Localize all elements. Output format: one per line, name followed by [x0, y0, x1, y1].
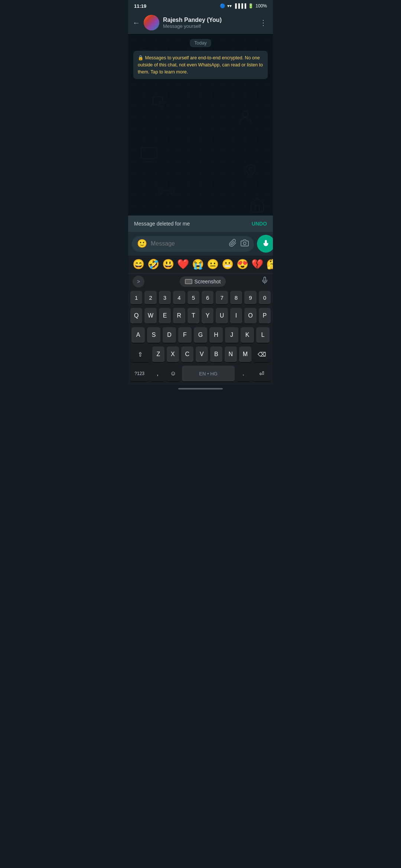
key-4[interactable]: 4 [173, 291, 185, 305]
backspace-key[interactable]: ⌫ [254, 346, 271, 363]
contact-status: Message yourself [163, 23, 254, 29]
key-r[interactable]: R [173, 308, 185, 324]
signal-icon: ▐▐▐▐ [234, 3, 246, 9]
emoji-button[interactable]: 🙂 [137, 239, 147, 249]
emoji-hearteyes[interactable]: 😍 [237, 259, 248, 270]
keyboard: 1 2 3 4 5 6 7 8 9 0 Q W E R T Y U I O P … [128, 289, 273, 385]
qwerty-row: Q W E R T Y U I O P [128, 306, 273, 326]
key-2[interactable]: 2 [144, 291, 156, 305]
undo-button[interactable]: UNDO [252, 221, 267, 227]
expand-suggestions-button[interactable]: > [133, 276, 144, 287]
avatar [144, 15, 159, 30]
header-info[interactable]: Rajesh Pandey (You) Message yourself [163, 17, 254, 29]
period-key[interactable]: . [237, 366, 250, 382]
svg-point-5 [249, 168, 252, 171]
key-l[interactable]: L [256, 327, 270, 343]
key-c[interactable]: C [181, 346, 193, 363]
date-divider: Today [128, 39, 273, 47]
key-q[interactable]: Q [130, 308, 142, 324]
chat-header: ← Rajesh Pandey (You) Message yourself ⋮ [128, 12, 273, 34]
battery-icon: 🔋 [248, 3, 254, 9]
key-a[interactable]: A [131, 327, 145, 343]
chevron-right-icon: > [137, 279, 140, 285]
date-label: Today [190, 39, 211, 47]
emoji-neutral[interactable]: 😐 [207, 259, 219, 270]
key-3[interactable]: 3 [159, 291, 171, 305]
number-row: 1 2 3 4 5 6 7 8 9 0 [128, 289, 273, 306]
svg-rect-4 [141, 148, 157, 159]
key-g[interactable]: G [194, 327, 207, 343]
svg-point-7 [243, 242, 246, 244]
key-t[interactable]: T [188, 308, 199, 324]
menu-button[interactable]: ⋮ [258, 17, 268, 29]
key-k[interactable]: K [241, 327, 254, 343]
suggestion-row: > Screenshot [128, 273, 273, 289]
screenshot-icon [185, 279, 192, 284]
comma-key[interactable]: , [151, 366, 164, 382]
contact-name: Rajesh Pandey (You) [163, 17, 254, 23]
back-button[interactable]: ← [133, 19, 140, 27]
bottom-row: ?123 , ☺ EN • HG . ⏎ [128, 364, 273, 385]
emoji-laugh[interactable]: 😄 [133, 259, 144, 270]
key-h[interactable]: H [209, 327, 223, 343]
key-f[interactable]: F [178, 327, 192, 343]
key-7[interactable]: 7 [216, 291, 228, 305]
enter-key[interactable]: ⏎ [252, 366, 271, 382]
key-x[interactable]: X [167, 346, 179, 363]
emoji-rofl[interactable]: 🤣 [147, 259, 159, 270]
key-s[interactable]: S [147, 327, 160, 343]
svg-point-2 [159, 102, 164, 106]
message-input-box[interactable]: 🙂 [132, 236, 254, 252]
key-9[interactable]: 9 [244, 291, 256, 305]
key-w[interactable]: W [144, 308, 156, 324]
attach-button[interactable] [229, 239, 237, 249]
camera-button[interactable] [241, 239, 249, 249]
home-bar-indicator [178, 388, 223, 389]
key-i[interactable]: I [230, 308, 242, 324]
message-input[interactable] [151, 240, 225, 247]
encryption-notice[interactable]: 🔒 Messages to yourself are end-to-end en… [133, 51, 268, 79]
key-n[interactable]: N [225, 346, 237, 363]
key-m[interactable]: M [239, 346, 251, 363]
battery-percent: 100% [255, 3, 267, 9]
key-1[interactable]: 1 [130, 291, 142, 305]
key-d[interactable]: D [163, 327, 176, 343]
key-6[interactable]: 6 [202, 291, 213, 305]
key-p[interactable]: P [259, 308, 271, 324]
emoji-cry[interactable]: 😭 [192, 259, 204, 270]
encryption-text: 🔒 Messages to yourself are end-to-end en… [138, 55, 263, 75]
keyboard-mic-button[interactable] [261, 277, 268, 286]
key-5[interactable]: 5 [188, 291, 199, 305]
screenshot-label: Screenshot [195, 279, 221, 285]
status-icons: 🔵 ▾▾ ▐▐▐▐ 🔋 100% [220, 3, 267, 9]
emoji-grimace[interactable]: 😬 [222, 259, 234, 270]
space-key[interactable]: EN • HG [182, 366, 234, 382]
emoji-smile[interactable]: 😃 [162, 259, 174, 270]
svg-point-3 [242, 111, 248, 117]
key-o[interactable]: O [244, 308, 256, 324]
key-u[interactable]: U [216, 308, 228, 324]
emoji-heart[interactable]: ❤️ [177, 259, 189, 270]
symbols-key[interactable]: ?123 [130, 366, 149, 382]
bluetooth-icon: 🔵 [220, 3, 225, 9]
shift-key[interactable]: ⇧ [130, 346, 150, 363]
key-j[interactable]: J [225, 327, 238, 343]
emoji-quick-row: 😄 🤣 😃 ❤️ 😭 😐 😬 😍 💔 🤔 [128, 256, 273, 273]
key-b[interactable]: B [210, 346, 222, 363]
emoji-keyboard-key[interactable]: ☺ [166, 366, 180, 382]
key-v[interactable]: V [196, 346, 208, 363]
key-0[interactable]: 0 [259, 291, 271, 305]
mic-button[interactable] [257, 235, 273, 253]
key-z[interactable]: Z [152, 346, 164, 363]
key-y[interactable]: Y [202, 308, 213, 324]
key-e[interactable]: E [159, 308, 171, 324]
input-bar: 🙂 [128, 232, 273, 256]
emoji-thinking[interactable]: 🤔 [266, 259, 273, 270]
home-bar [128, 385, 273, 392]
wifi-icon: ▾▾ [227, 3, 232, 9]
screenshot-suggestion[interactable]: Screenshot [180, 276, 226, 287]
key-8[interactable]: 8 [230, 291, 242, 305]
zxcv-row: ⇧ Z X C V B N M ⌫ [128, 345, 273, 364]
snackbar: Message deleted for me UNDO [128, 216, 273, 232]
emoji-broken-heart[interactable]: 💔 [251, 259, 263, 270]
